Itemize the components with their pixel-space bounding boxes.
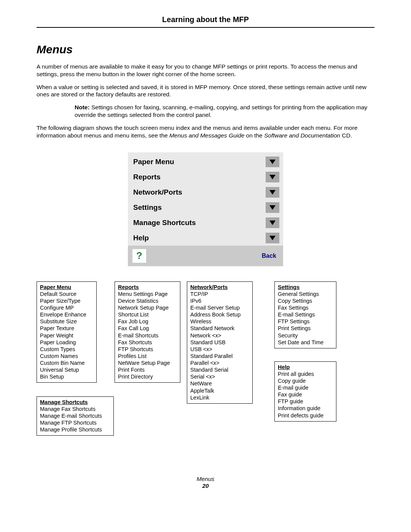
box-paper-menu: Paper Menu Default Source Paper Size/Typ… bbox=[37, 281, 97, 383]
box-title: Manage Shortcuts bbox=[40, 399, 110, 406]
box-item: Shortcut List bbox=[118, 311, 177, 318]
note-label: Note: bbox=[75, 104, 90, 110]
box-item: Default Source bbox=[40, 291, 93, 297]
box-item: Custom Types bbox=[40, 346, 93, 353]
box-item: NetWare Setup Page bbox=[118, 359, 177, 366]
svg-marker-0 bbox=[269, 160, 276, 164]
p3-italic-2: Software and Documentation bbox=[264, 132, 340, 139]
box-item: Paper Size/Type bbox=[40, 297, 93, 304]
box-item: Substitute Size bbox=[40, 318, 93, 325]
box-item: E-mail Server Setup bbox=[190, 304, 249, 311]
page-footer: Menus 20 bbox=[37, 476, 374, 489]
box-item: Standard Serial bbox=[190, 366, 249, 373]
menu-row-reports[interactable]: Reports bbox=[128, 169, 283, 185]
p3-part-c: CD. bbox=[340, 132, 352, 139]
menu-row-label: Manage Shortcuts bbox=[133, 219, 196, 227]
box-item: Standard Parallel bbox=[190, 353, 249, 359]
box-item: Bin Setup bbox=[40, 373, 93, 380]
menu-row-label: Help bbox=[133, 234, 149, 242]
box-item: General Settings bbox=[278, 291, 333, 297]
box-item: E-mail Settings bbox=[278, 311, 333, 318]
chapter-title: Learning about the MFP bbox=[37, 15, 374, 24]
touchscreen-panel: Paper Menu Reports Network/Ports Setting… bbox=[128, 152, 283, 266]
box-settings: Settings General Settings Copy Settings … bbox=[274, 281, 336, 348]
box-item: Set Date and Time bbox=[278, 339, 333, 346]
box-item: Fax Shortcuts bbox=[118, 339, 177, 346]
box-item: Fax Settings bbox=[278, 304, 333, 311]
menu-row-paper[interactable]: Paper Menu bbox=[128, 152, 283, 169]
box-item: Information guide bbox=[278, 405, 333, 412]
menu-row-settings[interactable]: Settings bbox=[128, 200, 283, 215]
box-item: Custom Bin Name bbox=[40, 359, 93, 366]
paragraph-2: When a value or setting is selected and … bbox=[37, 83, 374, 99]
note-block: Note: Settings chosen for faxing, scanni… bbox=[75, 104, 374, 119]
box-network-ports: Network/Ports TCP/IP IPv6 E-mail Server … bbox=[187, 281, 253, 404]
box-item: Manage Profile Shortcuts bbox=[40, 426, 110, 433]
svg-marker-4 bbox=[269, 220, 276, 225]
box-item: Paper Loading bbox=[40, 339, 93, 346]
dropdown-icon[interactable] bbox=[266, 187, 279, 198]
menu-row-manage-shortcuts[interactable]: Manage Shortcuts bbox=[128, 215, 283, 230]
box-item: Copy guide bbox=[278, 377, 333, 384]
dropdown-icon[interactable] bbox=[266, 233, 279, 243]
box-item: NetWare bbox=[190, 380, 249, 387]
box-item: LexLink bbox=[190, 394, 249, 401]
menu-row-label: Paper Menu bbox=[133, 158, 174, 166]
box-item: Security bbox=[278, 332, 333, 339]
footer-title: Menus bbox=[37, 476, 374, 482]
box-item: Copy Settings bbox=[278, 297, 333, 304]
box-item: Custom Names bbox=[40, 353, 93, 359]
box-item: IPv6 bbox=[190, 297, 249, 304]
box-title: Network/Ports bbox=[190, 284, 249, 291]
section-title: Menus bbox=[37, 43, 374, 56]
help-button[interactable]: ? bbox=[132, 249, 146, 263]
box-item: AppleTalk bbox=[190, 387, 249, 394]
box-item: Network Setup Page bbox=[118, 304, 177, 311]
back-button[interactable]: Back bbox=[262, 252, 276, 259]
box-title: Settings bbox=[278, 284, 333, 291]
box-item: Wireless bbox=[190, 318, 249, 325]
svg-marker-3 bbox=[269, 205, 276, 210]
box-item: Parallel <x> bbox=[190, 359, 249, 366]
dropdown-icon[interactable] bbox=[266, 157, 279, 167]
box-item: E-mail Shortcuts bbox=[118, 332, 177, 339]
box-item: USB <x> bbox=[190, 346, 249, 353]
box-item: Print Fonts bbox=[118, 366, 177, 373]
dropdown-icon[interactable] bbox=[266, 217, 279, 228]
box-item: Device Statistics bbox=[118, 297, 177, 304]
paragraph-1: A number of menus are available to make … bbox=[37, 63, 374, 78]
menu-row-network-ports[interactable]: Network/Ports bbox=[128, 185, 283, 200]
box-item: Print Settings bbox=[278, 325, 333, 332]
touchscreen-footer: ? Back bbox=[128, 246, 283, 266]
box-title: Reports bbox=[118, 284, 177, 291]
box-item: Universal Setup bbox=[40, 366, 93, 373]
svg-marker-5 bbox=[269, 236, 276, 240]
box-item: Manage FTP Shortcuts bbox=[40, 419, 110, 426]
box-item: Manage Fax Shortcuts bbox=[40, 406, 110, 412]
dropdown-icon[interactable] bbox=[266, 172, 279, 182]
p3-italic-1: Menus and Messages Guide bbox=[169, 132, 244, 139]
box-title: Help bbox=[278, 364, 333, 371]
box-item: Fax guide bbox=[278, 391, 333, 398]
box-item: FTP Settings bbox=[278, 318, 333, 325]
box-item: Fax Call Log bbox=[118, 325, 177, 332]
box-title: Paper Menu bbox=[40, 284, 93, 291]
box-item: FTP guide bbox=[278, 398, 333, 405]
menu-row-label: Network/Ports bbox=[133, 188, 182, 197]
box-item: Menu Settings Page bbox=[118, 291, 177, 297]
box-help: Help Print all guides Copy guide E-mail … bbox=[274, 361, 336, 422]
box-item: FTP Shortcuts bbox=[118, 346, 177, 353]
menu-row-help[interactable]: Help bbox=[128, 230, 283, 246]
box-item: Serial <x> bbox=[190, 373, 249, 380]
note-body: Settings chosen for faxing, scanning, e-… bbox=[75, 104, 367, 118]
dropdown-icon[interactable] bbox=[266, 202, 279, 213]
box-item: Profiles List bbox=[118, 353, 177, 359]
box-item: Print defects guide bbox=[278, 412, 333, 419]
box-item: Address Book Setup bbox=[190, 311, 249, 318]
box-item: Print all guides bbox=[278, 371, 333, 377]
box-item: Envelope Enhance bbox=[40, 311, 93, 318]
paragraph-3: The following diagram shows the touch sc… bbox=[37, 124, 374, 139]
box-item: Manage E-mail Shortcuts bbox=[40, 412, 110, 419]
footer-page-number: 20 bbox=[37, 482, 374, 489]
box-item: Standard USB bbox=[190, 339, 249, 346]
